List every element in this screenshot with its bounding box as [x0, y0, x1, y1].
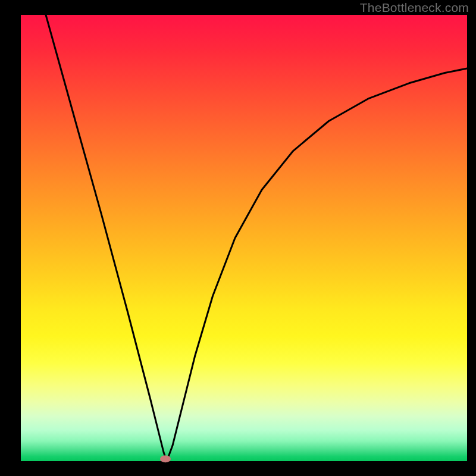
minimum-marker [160, 455, 171, 462]
chart-svg [21, 15, 467, 461]
bottleneck-curve [46, 15, 467, 459]
plot-area [21, 15, 467, 461]
chart-frame: TheBottleneck.com [0, 0, 476, 476]
watermark: TheBottleneck.com [360, 1, 469, 15]
